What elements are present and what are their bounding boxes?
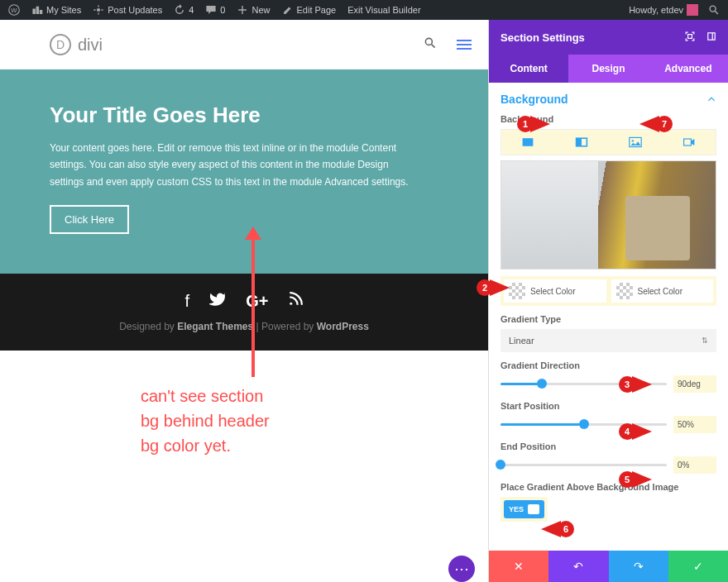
wp-admin-bar: W My Sites Post Updates 4 0 New Edit Pag… xyxy=(0,0,728,20)
panel-title: Section Settings xyxy=(500,31,585,44)
snap-icon[interactable] xyxy=(706,31,716,44)
callout-6: 6 xyxy=(558,521,574,537)
logo-mark: D xyxy=(50,34,71,55)
site-logo[interactable]: D divi xyxy=(50,34,103,55)
settings-panel: Section Settings Content Design Advanced… xyxy=(488,20,728,582)
tab-design[interactable]: Design xyxy=(568,55,648,83)
hero-button[interactable]: Click Here xyxy=(50,205,129,234)
callout-1: 1 xyxy=(517,116,534,132)
edit-page[interactable]: Edit Page xyxy=(277,0,342,20)
start-pos-value[interactable]: 50% xyxy=(673,416,716,433)
bg-tab-color[interactable] xyxy=(501,130,555,155)
panel-header: Section Settings xyxy=(489,20,728,55)
hero-title: Your Title Goes Here xyxy=(50,103,438,128)
save-button[interactable]: ✓ xyxy=(668,551,728,582)
panel-tabs: Content Design Advanced xyxy=(489,55,728,83)
gradient-color-2[interactable]: Select Color xyxy=(611,279,714,303)
my-sites[interactable]: My Sites xyxy=(26,0,86,20)
cancel-button[interactable]: ✕ xyxy=(489,551,548,582)
grad-type-label: Gradient Type xyxy=(500,314,716,324)
logo-text: divi xyxy=(78,36,103,55)
section-background[interactable]: Background xyxy=(500,93,716,106)
builder-fab[interactable]: ⋯ xyxy=(448,556,475,582)
end-pos-label: End Position xyxy=(500,441,716,451)
svg-point-5 xyxy=(290,303,293,305)
svg-point-2 xyxy=(97,8,100,12)
wp-logo[interactable]: W xyxy=(3,0,25,20)
updates-count[interactable]: 4 xyxy=(169,0,199,20)
bg-image-preview[interactable] xyxy=(500,160,716,270)
grad-dir-label: Gradient Direction xyxy=(500,360,716,370)
place-grad-toggle[interactable]: YES xyxy=(504,500,544,518)
svg-point-12 xyxy=(631,140,633,141)
redo-button[interactable]: ↷ xyxy=(609,551,668,582)
grad-dir-value[interactable]: 90deg xyxy=(673,375,716,393)
swatch-icon xyxy=(616,283,633,299)
google-plus-icon[interactable]: G+ xyxy=(246,292,268,312)
bg-tab-video[interactable] xyxy=(662,130,716,155)
rss-icon[interactable] xyxy=(288,292,303,312)
expand-icon[interactable] xyxy=(685,31,695,44)
start-pos-label: Start Position xyxy=(500,401,716,411)
panel-footer: ✕ ↶ ↷ ✓ xyxy=(489,551,728,582)
callout-2: 2 xyxy=(477,279,493,296)
hero-body: Your content goes here. Edit or remove t… xyxy=(50,140,414,190)
svg-rect-13 xyxy=(683,139,691,146)
undo-button[interactable]: ↶ xyxy=(548,551,608,582)
facebook-icon[interactable]: f xyxy=(185,292,190,312)
page-preview: D divi Your Title Goes Here Your content… xyxy=(0,20,488,582)
annotation-arrow-stem xyxy=(251,230,255,377)
annotation-text: can't see section bg behind header bg co… xyxy=(141,384,270,458)
site-footer: f G+ Designed by Elegant Themes | Powere… xyxy=(0,274,488,351)
new-btn[interactable]: New xyxy=(232,0,275,20)
callout-4: 4 xyxy=(619,423,635,440)
bg-tab-gradient[interactable] xyxy=(555,130,609,155)
user-avatar xyxy=(687,4,698,16)
callout-5: 5 xyxy=(619,471,635,488)
site-header: D divi xyxy=(0,20,488,69)
gradient-color-1[interactable]: Select Color xyxy=(504,279,606,303)
post-updates[interactable]: Post Updates xyxy=(88,0,167,20)
callout-7: 7 xyxy=(656,116,673,132)
twitter-icon[interactable] xyxy=(209,292,226,312)
bg-type-tabs xyxy=(500,129,716,155)
svg-rect-8 xyxy=(523,138,534,146)
footer-credit: Designed by Elegant Themes | Powered by … xyxy=(0,321,488,332)
svg-point-3 xyxy=(710,6,716,12)
svg-rect-7 xyxy=(708,32,715,39)
place-grad-label: Place Gradient Above Background Image xyxy=(500,482,716,492)
svg-rect-10 xyxy=(577,138,582,146)
search-icon[interactable] xyxy=(703,4,725,16)
exit-visual-builder[interactable]: Exit Visual Builder xyxy=(342,0,425,20)
howdy[interactable]: Howdy, etdev xyxy=(624,4,703,16)
comments-count[interactable]: 0 xyxy=(200,0,230,20)
tab-content[interactable]: Content xyxy=(489,55,568,83)
search-icon[interactable] xyxy=(424,36,437,53)
swatch-icon xyxy=(509,283,525,299)
svg-rect-6 xyxy=(688,34,692,38)
callout-3: 3 xyxy=(619,376,635,393)
bg-tab-image[interactable] xyxy=(609,130,663,155)
grad-type-select[interactable]: Linear xyxy=(500,329,716,352)
hero-section[interactable]: Your Title Goes Here Your content goes h… xyxy=(0,69,488,274)
chevron-up-icon xyxy=(706,94,716,104)
tab-advanced[interactable]: Advanced xyxy=(649,55,728,83)
svg-point-4 xyxy=(425,38,432,45)
svg-text:W: W xyxy=(11,7,17,14)
end-pos-value[interactable]: 0% xyxy=(673,456,716,474)
end-pos-slider[interactable] xyxy=(500,464,667,466)
menu-icon[interactable] xyxy=(457,40,472,50)
gradient-colors: Select Color Select Color xyxy=(500,276,716,306)
